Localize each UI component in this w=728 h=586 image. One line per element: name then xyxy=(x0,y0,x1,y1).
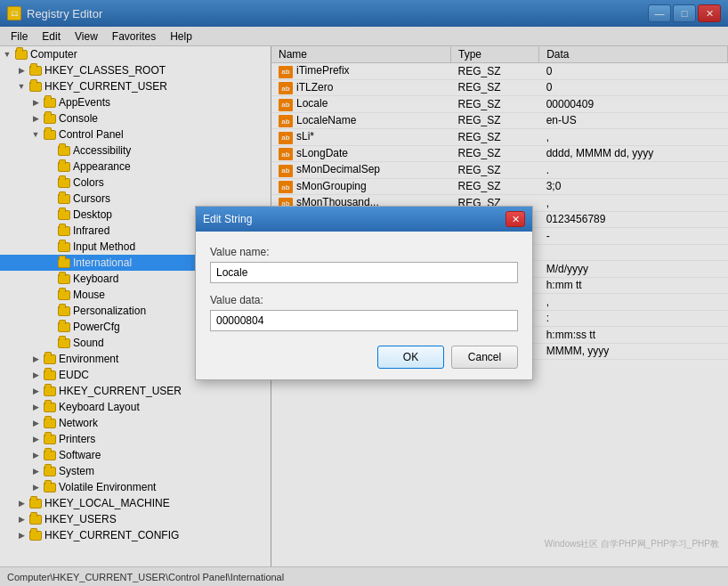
ok-button[interactable]: OK xyxy=(377,346,444,369)
edit-string-dialog: Edit String ✕ Value name: Value data: OK… xyxy=(195,206,533,380)
value-data-input[interactable] xyxy=(210,310,518,331)
dialog-titlebar: Edit String ✕ xyxy=(196,207,532,232)
dialog-close-button[interactable]: ✕ xyxy=(506,211,525,227)
value-name-input[interactable] xyxy=(210,262,518,283)
dialog-buttons: OK Cancel xyxy=(210,346,518,369)
value-data-label: Value data: xyxy=(210,294,518,306)
value-name-label: Value name: xyxy=(210,246,518,258)
modal-overlay: Edit String ✕ Value name: Value data: OK… xyxy=(0,0,728,586)
dialog-body: Value name: Value data: OK Cancel xyxy=(196,232,532,379)
dialog-title: Edit String xyxy=(203,213,252,225)
cancel-button[interactable]: Cancel xyxy=(451,346,518,369)
